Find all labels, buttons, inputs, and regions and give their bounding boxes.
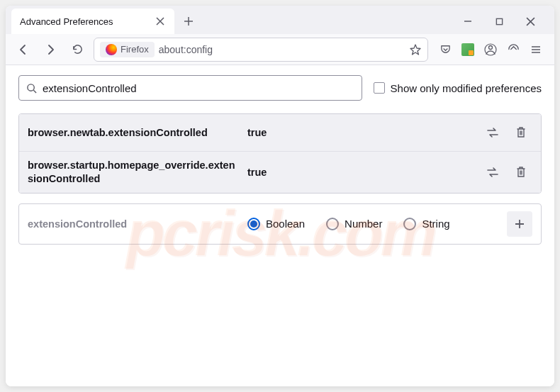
pref-row: browser.newtab.extensionControlled true [19,114,541,151]
navigation-bar: Firefox about:config [6,34,554,65]
url-text: about:config [159,44,405,55]
content-area: Show only modified preferences browser.n… [6,65,554,386]
svg-rect-0 [496,18,502,24]
search-box[interactable] [18,75,362,101]
reload-button[interactable] [67,39,88,60]
radio-icon [326,218,339,230]
delete-button[interactable] [510,161,532,184]
extension-icon[interactable] [461,43,475,57]
svg-point-3 [28,84,34,90]
show-modified-checkbox[interactable]: Show only modified preferences [374,82,542,94]
pref-value: true [247,167,474,178]
preferences-table: browser.newtab.extensionControlled true … [18,113,542,194]
new-tab-button[interactable] [179,11,198,31]
close-tab-icon[interactable] [155,16,166,27]
pref-value: true [247,127,474,138]
delete-button[interactable] [510,121,532,144]
pref-name: browser.newtab.extensionControlled [28,126,240,140]
radio-boolean[interactable]: Boolean [247,218,305,230]
toggle-button[interactable] [481,121,504,144]
tab-bar: Advanced Preferences [6,6,554,34]
svg-point-1 [489,45,493,49]
address-bar[interactable]: Firefox about:config [94,38,428,62]
browser-tab[interactable]: Advanced Preferences [11,9,174,34]
menu-icon[interactable] [529,43,543,57]
search-input[interactable] [43,82,354,94]
pref-row: browser.startup.homepage_override.extens… [19,151,541,193]
pref-name: browser.startup.homepage_override.extens… [28,159,240,186]
maximize-button[interactable] [491,13,508,30]
radio-label: Boolean [266,218,305,230]
radio-label: String [422,218,449,230]
radio-string[interactable]: String [403,218,449,230]
back-button[interactable] [13,39,34,60]
firefox-logo-icon [106,44,117,55]
firefox-badge: Firefox [100,42,155,57]
bookmark-star-icon[interactable] [409,43,422,56]
type-radio-group: Boolean Number String [247,218,500,230]
add-button[interactable] [507,211,532,237]
pocket-icon[interactable] [438,43,452,57]
search-icon [26,83,37,94]
firefox-label: Firefox [121,44,149,55]
account-icon[interactable] [483,43,498,57]
overflow-icon[interactable] [506,43,520,57]
radio-label: Number [345,218,382,230]
radio-icon [403,218,416,230]
radio-icon [247,218,260,230]
close-window-button[interactable] [522,13,539,30]
tab-title: Advanced Preferences [20,16,149,27]
minimize-button[interactable] [459,13,476,30]
radio-number[interactable]: Number [326,218,382,230]
forward-button[interactable] [40,39,61,60]
checkbox-label: Show only modified preferences [391,82,542,94]
new-pref-name: extensionControlled [28,218,240,230]
new-pref-row: extensionControlled Boolean Number Strin… [18,203,542,245]
toggle-button[interactable] [481,161,504,184]
checkbox-icon [374,82,385,94]
